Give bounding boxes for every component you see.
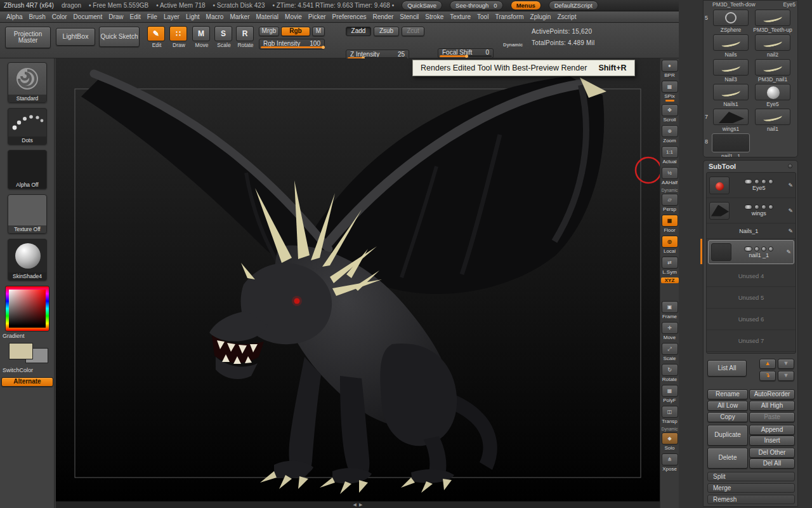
quick-sketch-button[interactable]: Quick Sketch xyxy=(99,27,140,47)
menu-zplugin[interactable]: Zplugin xyxy=(529,13,553,21)
gradient-label[interactable]: Gradient xyxy=(3,333,25,339)
menu-render[interactable]: Render xyxy=(372,13,395,21)
copy-button[interactable]: Copy xyxy=(707,412,748,422)
xyz-button[interactable]: XYZ xyxy=(661,277,679,283)
merge-section[interactable]: Merge xyxy=(707,483,795,493)
menu-draw[interactable]: Draw xyxy=(107,13,124,21)
tool-item-nails1[interactable]: Nails1 xyxy=(711,84,750,107)
tool-item-teeth-up[interactable]: PM3D_Teeth-up xyxy=(753,10,792,33)
menu-stroke[interactable]: Stroke xyxy=(424,13,445,21)
subtool-item-eye5[interactable]: Eye5 ✎ xyxy=(707,173,796,198)
solo-button[interactable]: ◆ Solo xyxy=(661,432,679,451)
append-button[interactable]: Append xyxy=(749,425,795,435)
subtool-item-nails1[interactable]: Nails_1 ✎ xyxy=(707,224,796,239)
menu-brush[interactable]: Brush xyxy=(28,13,47,21)
move-down-button[interactable]: ▼ xyxy=(778,359,794,369)
menu-picker[interactable]: Picker xyxy=(307,13,327,21)
lsym-button[interactable]: ⇄ L.Sym xyxy=(661,257,679,275)
autoreorder-button[interactable]: AutoReorder xyxy=(749,389,795,399)
canvas-horizontal-scrollbar[interactable]: ◀ ▶ xyxy=(56,501,660,508)
shading-toggle-icon[interactable] xyxy=(761,179,766,184)
all-low-button[interactable]: All Low xyxy=(707,401,748,411)
actual-button[interactable]: 1:1 Actual xyxy=(661,146,679,164)
visibility-eye-icon[interactable] xyxy=(744,204,752,210)
scroll-button[interactable]: ✥ Scroll xyxy=(661,104,679,123)
polypaint-toggle-icon[interactable] xyxy=(754,179,759,184)
menu-document[interactable]: Document xyxy=(72,13,104,21)
persp-button[interactable]: ▱ Persp xyxy=(661,194,679,212)
tool-item-wings1[interactable]: wings1 xyxy=(711,109,750,132)
zoom-button[interactable]: ⊕ Zoom xyxy=(661,125,679,144)
menu-texture[interactable]: Texture xyxy=(449,13,472,21)
visibility-eye-icon[interactable] xyxy=(744,246,752,251)
insert-up-button[interactable]: ↴ xyxy=(759,371,776,381)
split-section[interactable]: Split xyxy=(707,472,795,481)
menu-marker[interactable]: Marker xyxy=(228,13,251,21)
delete-button[interactable]: Delete xyxy=(707,448,748,469)
menu-preferences[interactable]: Preferences xyxy=(331,13,368,21)
material-thumbnail[interactable]: SkinShade4 xyxy=(8,239,47,281)
subtool-item-unused6[interactable]: Unused 6 xyxy=(707,309,796,330)
paste-button[interactable]: Paste xyxy=(749,412,795,422)
main-color-swatch[interactable] xyxy=(9,343,33,359)
insert-down-button[interactable]: ▼ xyxy=(778,371,794,381)
subtool-item-unused7[interactable]: Unused 7 xyxy=(707,330,796,352)
rotate3d-button[interactable]: ↻ Rotate xyxy=(661,364,679,382)
menus-button[interactable]: Menus xyxy=(511,1,541,10)
edit-pencil-icon[interactable]: ✎ xyxy=(786,249,791,255)
draw-tool[interactable]: ∷ Draw xyxy=(169,26,188,48)
subtool-item-unused4[interactable]: Unused 4 xyxy=(707,265,796,287)
menu-zscript[interactable]: Zscript xyxy=(556,13,577,21)
menu-light[interactable]: Light xyxy=(185,13,201,21)
tool-item-nail3[interactable]: Nail3 xyxy=(711,59,750,83)
rgb-button[interactable]: Rgb xyxy=(281,27,310,36)
polypaint-toggle-icon[interactable] xyxy=(754,246,759,251)
scroll-right-icon[interactable]: ▶ xyxy=(359,502,362,507)
move3d-button[interactable]: ✛ Move xyxy=(661,322,679,340)
tool-item-nail1[interactable]: nail1 xyxy=(753,109,792,132)
edit-pencil-icon[interactable]: ✎ xyxy=(788,208,793,214)
shading-toggle-icon[interactable] xyxy=(761,246,766,251)
menu-material[interactable]: Material xyxy=(255,13,280,21)
scale-tool[interactable]: S Scale xyxy=(214,26,233,48)
mrgb-button[interactable]: Mrgb xyxy=(259,27,279,36)
del-other-button[interactable]: Del Other xyxy=(749,448,795,458)
menu-tool[interactable]: Tool xyxy=(476,13,490,21)
zcut-button[interactable]: Zcut xyxy=(402,27,424,36)
scale3d-button[interactable]: ⤢ Scale xyxy=(661,343,679,361)
menu-transform[interactable]: Transform xyxy=(494,13,525,21)
floor-button[interactable]: ▦ Floor xyxy=(661,215,679,233)
spix-button[interactable]: ▦ SPix xyxy=(661,81,679,102)
rotate-tool[interactable]: R Rotate xyxy=(236,26,255,48)
del-all-button[interactable]: Del All xyxy=(749,458,795,469)
tool-item-zsphere[interactable]: ZSphere xyxy=(711,10,750,33)
projection-master-button[interactable]: Projection Master xyxy=(5,27,51,48)
subtool-item-wings[interactable]: wings ✎ xyxy=(707,198,796,224)
edit-pencil-icon[interactable]: ✎ xyxy=(788,182,793,189)
visibility-eye-icon[interactable] xyxy=(744,179,752,184)
list-all-button[interactable]: List All xyxy=(707,360,747,377)
texture-slot[interactable]: Texture Off xyxy=(8,194,47,234)
quicksave-button[interactable]: QuickSave xyxy=(402,1,442,10)
document-canvas[interactable]: Renders Edited Tool With Best-Preview Re… xyxy=(56,58,660,508)
mask-toggle-icon[interactable] xyxy=(768,204,773,210)
zadd-button[interactable]: Zadd xyxy=(346,27,371,36)
subtool-menu-icon[interactable] xyxy=(788,164,792,168)
xpose-button[interactable]: ⋔ Xpose xyxy=(661,453,679,472)
default-zscript-button[interactable]: DefaultZScript xyxy=(549,1,598,10)
menu-macro[interactable]: Macro xyxy=(205,13,225,21)
edit-pencil-icon[interactable]: ✎ xyxy=(788,228,793,234)
switchcolor-label[interactable]: SwitchColor xyxy=(3,367,33,373)
subtool-item-nail1-1-selected[interactable]: nail1 _1 ✎ xyxy=(708,240,794,264)
stroke-thumbnail[interactable]: Dots xyxy=(8,108,47,145)
menu-layer[interactable]: Layer xyxy=(162,13,181,21)
tool-item-nails[interactable]: Nails xyxy=(711,34,750,58)
color-sv-square[interactable] xyxy=(9,290,46,328)
local-button[interactable]: ◎ Local xyxy=(661,236,679,254)
transp-button[interactable]: ◫ Transp xyxy=(661,406,679,424)
brush-thumbnail[interactable]: Standard xyxy=(8,62,47,103)
rename-button[interactable]: Rename xyxy=(707,389,748,399)
zsub-button[interactable]: Zsub xyxy=(374,27,399,36)
menu-edit[interactable]: Edit xyxy=(129,13,142,21)
tool-item-nail2[interactable]: nail2 xyxy=(753,34,792,58)
